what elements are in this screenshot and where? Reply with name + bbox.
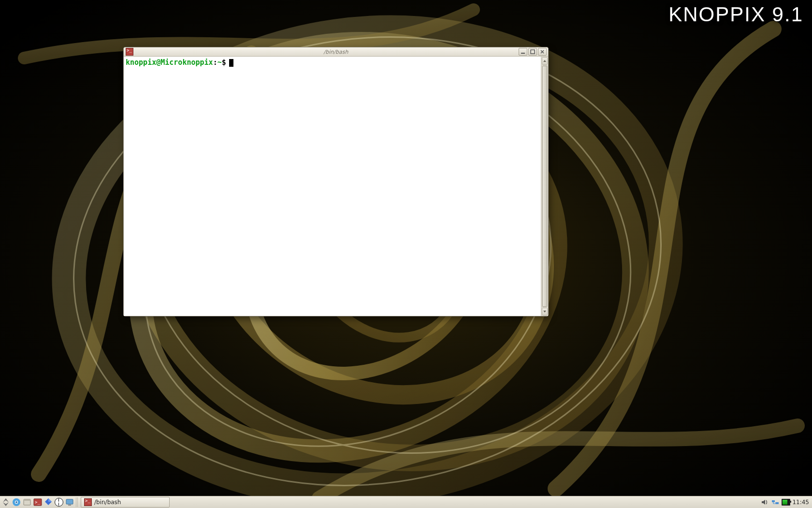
desktop[interactable]: KNOPPIX 9.1 /bin/bash knoppix@Microknopp… [0,0,812,508]
prompt-symbol: $ [222,58,226,67]
terminal-scrollbar[interactable] [541,57,548,316]
battery-fill [783,500,787,505]
battery-icon[interactable] [782,498,790,507]
taskbar-entry-terminal[interactable]: /bin/bash [81,497,170,508]
svg-rect-23 [776,502,779,504]
scroll-up-button[interactable] [542,57,548,65]
terminal-icon[interactable]: >_ [33,497,43,507]
prompt-path: ~ [218,58,222,67]
terminal-cursor [229,59,233,67]
svg-rect-21 [68,505,71,506]
terminal-icon [126,48,133,56]
network-manager-icon[interactable] [771,498,780,507]
maximize-button[interactable] [528,48,537,56]
system-tray: 11:45 [760,498,812,507]
taskbar-entry-label: /bin/bash [94,499,121,506]
terminal-window[interactable]: /bin/bash knoppix@Microknoppix:~$ [123,47,549,316]
svg-text:>_: >_ [35,500,40,505]
scroll-thumb[interactable] [542,66,547,307]
svg-rect-11 [531,50,535,54]
prompt-sep: : [213,58,218,67]
close-button[interactable] [538,48,547,56]
terminal-icon [84,498,92,506]
svg-rect-22 [772,500,775,502]
window-titlebar[interactable]: /bin/bash [124,47,548,57]
scroll-down-button[interactable] [542,308,548,315]
terminal-content[interactable]: knoppix@Microknoppix:~$ [124,57,541,316]
svg-rect-20 [66,499,73,504]
svg-rect-16 [24,499,30,501]
taskbar[interactable]: >_ /bin/bash 11:45 [0,496,812,508]
wine-icon[interactable] [44,497,53,507]
volume-icon[interactable] [760,498,769,507]
svg-rect-10 [521,53,525,54]
scroll-track[interactable] [542,65,548,307]
chromium-icon[interactable] [12,497,21,507]
app-menu-icon[interactable] [1,497,11,507]
os-brand-label: KNOPPIX 9.1 [668,3,803,26]
show-desktop-icon[interactable] [65,497,74,507]
minimize-button[interactable] [519,48,527,56]
file-manager-icon[interactable] [22,497,32,507]
taskbar-clock[interactable]: 11:45 [792,499,809,506]
svg-point-14 [15,501,17,503]
taskbar-separator [76,497,79,507]
accessibility-icon[interactable] [54,497,64,507]
window-title: /bin/bash [124,49,548,55]
prompt-user-host: knoppix@Microknoppix [126,58,213,67]
